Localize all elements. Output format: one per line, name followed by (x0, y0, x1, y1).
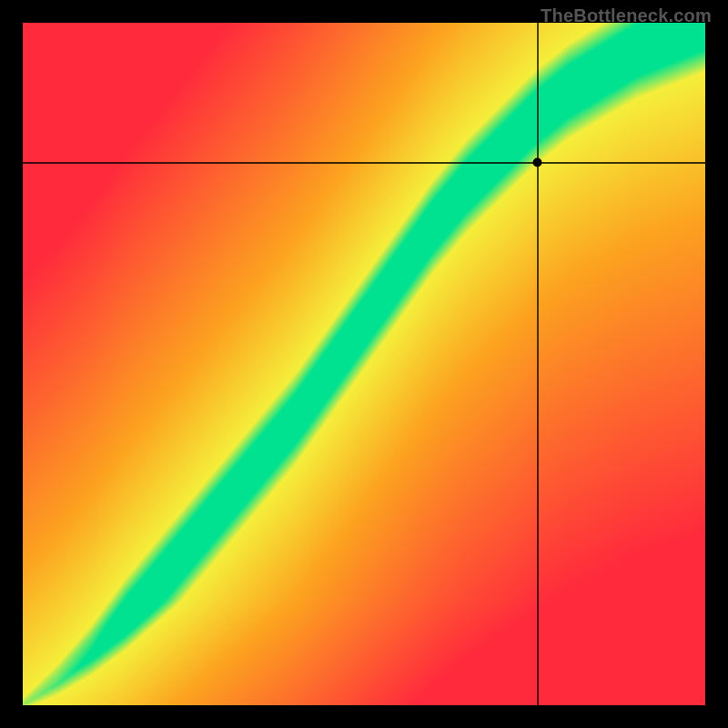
chart-container: TheBottleneck.com (0, 0, 728, 728)
bottleneck-heatmap (23, 23, 705, 705)
watermark-text: TheBottleneck.com (541, 5, 712, 26)
